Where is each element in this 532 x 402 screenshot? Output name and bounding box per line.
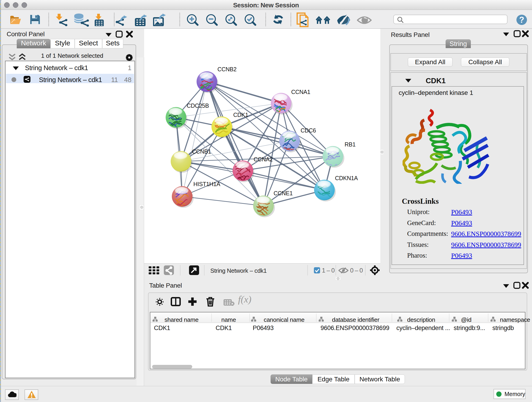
svg-text:CDC25B: CDC25B [187,102,209,109]
svg-text:RB1: RB1 [345,141,355,148]
svg-text:CDC6: CDC6 [301,127,316,134]
svg-text:CDK1: CDK1 [233,112,248,118]
svg-text:CCNA1: CCNA1 [291,89,310,95]
svg-text:CCNA2: CCNA2 [254,156,273,162]
svg-text:CCNE1: CCNE1 [273,190,293,196]
svg-text:HIST1H1A: HIST1H1A [193,181,220,187]
svg-text:CDKN1A: CDKN1A [335,175,358,181]
svg-text:CCNB2: CCNB2 [217,66,236,72]
svg-text:CCNB1: CCNB1 [192,148,211,155]
